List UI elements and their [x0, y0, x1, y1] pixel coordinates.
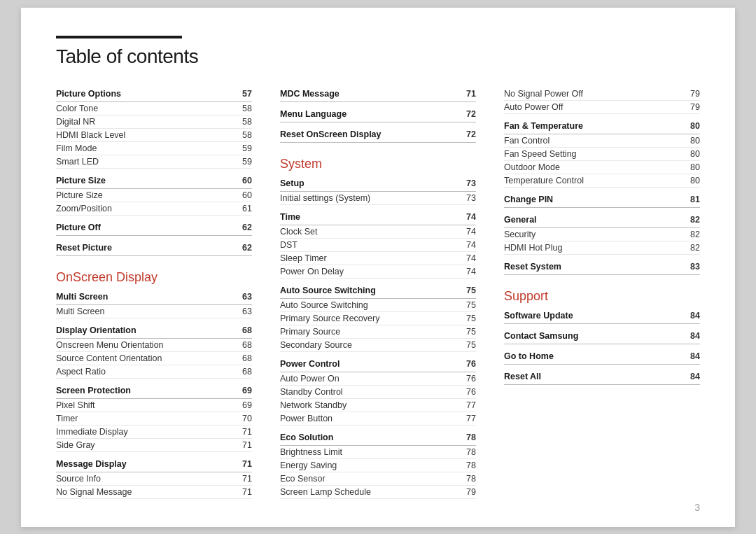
toc-row: Smart LED59 — [56, 155, 252, 169]
toc-row: HDMI Black Level58 — [56, 129, 252, 142]
section-title-system: System — [280, 157, 476, 171]
toc-row: Immediate Display71 — [56, 426, 252, 439]
toc-row: Reset Picture 62 — [56, 241, 252, 256]
group-general: General 82 Security82 HDMI Hot Plug82 — [504, 213, 700, 255]
toc-row: Picture Off 62 — [56, 221, 252, 236]
page-number: 3 — [694, 502, 700, 513]
toc-row: Power On Delay74 — [280, 265, 476, 279]
toc-row: Picture Options 57 — [56, 87, 252, 102]
group-auto-source: Auto Source Switching 75 Auto Source Swi… — [280, 284, 476, 352]
toc-row: DST74 — [280, 239, 476, 252]
toc-row: Menu Language 72 — [280, 108, 476, 122]
page-title: Table of contents — [56, 45, 700, 68]
toc-row: Energy Saving78 — [280, 459, 476, 472]
title-bar — [56, 36, 182, 38]
column-1: Picture Options 57 Color Tone58 Digital … — [56, 87, 252, 499]
group-display-orientation: Display Orientation 68 Onscreen Menu Ori… — [56, 324, 252, 379]
group-no-signal-power: No Signal Power Off79 Auto Power Off79 — [504, 87, 700, 114]
toc-row: Power Button77 — [280, 412, 476, 426]
group-multi-screen: Multi Screen 63 Multi Screen63 — [56, 290, 252, 318]
toc-row: Aspect Ratio68 — [56, 365, 252, 379]
toc-row: Reset System 83 — [504, 260, 700, 275]
toc-row: Auto Source Switching 75 — [280, 284, 476, 299]
toc-row: Digital NR58 — [56, 115, 252, 129]
toc-row: Brightness Limit78 — [280, 446, 476, 459]
group-message-display: Message Display 71 Source Info71 No Sign… — [56, 458, 252, 499]
toc-row: Fan Control80 — [504, 134, 700, 148]
toc-row: Standby Control76 — [280, 386, 476, 399]
section-title-support: Support — [504, 289, 700, 304]
toc-row: Sleep Timer74 — [280, 252, 476, 265]
toc-row: Multi Screen63 — [56, 305, 252, 318]
group-power-control: Power Control 76 Auto Power On76 Standby… — [280, 358, 476, 426]
toc-row: Display Orientation 68 — [56, 324, 252, 339]
group-picture-options: Picture Options 57 Color Tone58 Digital … — [56, 87, 252, 169]
toc-row: Source Content Orientation68 — [56, 352, 252, 365]
page: Table of contents Picture Options 57 Col… — [21, 8, 735, 527]
toc-row: Reset OnScreen Display 72 — [280, 128, 476, 143]
toc-row: Timer70 — [56, 412, 252, 426]
toc-row: Outdoor Mode80 — [504, 161, 700, 174]
group-mdc-message: MDC Message 71 — [280, 87, 476, 102]
toc-row: Source Info71 — [56, 472, 252, 486]
toc-row: Contact Samsung 84 — [504, 330, 700, 344]
toc-row: Secondary Source75 — [280, 339, 476, 352]
toc-row: Fan Speed Setting80 — [504, 148, 700, 161]
content-grid: Picture Options 57 Color Tone58 Digital … — [56, 87, 700, 499]
toc-row: Reset All 84 — [504, 370, 700, 385]
toc-row: Fan & Temperature 80 — [504, 120, 700, 134]
toc-row: MDC Message 71 — [280, 87, 476, 102]
title-block: Table of contents — [56, 36, 700, 68]
group-reset-onscreen: Reset OnScreen Display 72 — [280, 128, 476, 143]
group-software-update: Software Update 84 — [504, 309, 700, 324]
toc-row: Auto Source Switching75 — [280, 299, 476, 312]
group-contact-samsung: Contact Samsung 84 — [504, 330, 700, 344]
column-2: MDC Message 71 Menu Language 72 Reset On… — [280, 87, 476, 499]
toc-row: Security82 — [504, 228, 700, 241]
toc-row: General 82 — [504, 213, 700, 228]
toc-row: Screen Lamp Schedule79 — [280, 486, 476, 499]
toc-row: Clock Set74 — [280, 225, 476, 239]
toc-row: Change PIN 81 — [504, 193, 700, 208]
group-screen-protection: Screen Protection 69 Pixel Shift69 Timer… — [56, 384, 252, 452]
toc-row: No Signal Message71 — [56, 486, 252, 499]
toc-row: Color Tone58 — [56, 102, 252, 115]
toc-row: Network Standby77 — [280, 399, 476, 412]
group-fan-temp: Fan & Temperature 80 Fan Control80 Fan S… — [504, 120, 700, 188]
toc-row: Auto Power On76 — [280, 372, 476, 386]
toc-row: Screen Protection 69 — [56, 384, 252, 399]
toc-row: Picture Size60 — [56, 189, 252, 202]
toc-row: Time 74 — [280, 211, 476, 225]
group-reset-all: Reset All 84 — [504, 370, 700, 385]
group-setup: Setup 73 Initial settings (System)73 — [280, 177, 476, 205]
toc-row: HDMI Hot Plug82 — [504, 241, 700, 255]
column-3: No Signal Power Off79 Auto Power Off79 F… — [504, 87, 700, 499]
group-picture-off: Picture Off 62 — [56, 221, 252, 236]
toc-row: Onscreen Menu Orientation68 — [56, 339, 252, 352]
toc-row: Software Update 84 — [504, 309, 700, 324]
group-menu-language: Menu Language 72 — [280, 108, 476, 122]
group-change-pin: Change PIN 81 — [504, 193, 700, 208]
toc-row: Primary Source75 — [280, 325, 476, 339]
toc-row: Picture Size 60 — [56, 174, 252, 189]
section-title-onscreen: OnScreen Display — [56, 270, 252, 285]
toc-row: Temperature Control80 — [504, 174, 700, 188]
toc-row: Film Mode59 — [56, 142, 252, 155]
toc-row: Pixel Shift69 — [56, 399, 252, 412]
group-eco-solution: Eco Solution 78 Brightness Limit78 Energ… — [280, 431, 476, 499]
group-time: Time 74 Clock Set74 DST74 Sleep Timer74 … — [280, 211, 476, 279]
toc-row: Message Display 71 — [56, 458, 252, 472]
group-picture-size: Picture Size 60 Picture Size60 Zoom/Posi… — [56, 174, 252, 216]
toc-row: No Signal Power Off79 — [504, 87, 700, 101]
group-go-to-home: Go to Home 84 — [504, 350, 700, 365]
toc-row: Setup 73 — [280, 177, 476, 192]
toc-row: Zoom/Position61 — [56, 202, 252, 216]
toc-row: Initial settings (System)73 — [280, 192, 476, 205]
toc-row: Power Control 76 — [280, 358, 476, 372]
toc-row: Auto Power Off79 — [504, 101, 700, 114]
toc-row: Eco Sensor78 — [280, 472, 476, 486]
toc-row: Eco Solution 78 — [280, 431, 476, 446]
toc-row: Side Gray71 — [56, 439, 252, 452]
toc-row: Primary Source Recovery75 — [280, 312, 476, 325]
toc-row: Multi Screen 63 — [56, 290, 252, 305]
